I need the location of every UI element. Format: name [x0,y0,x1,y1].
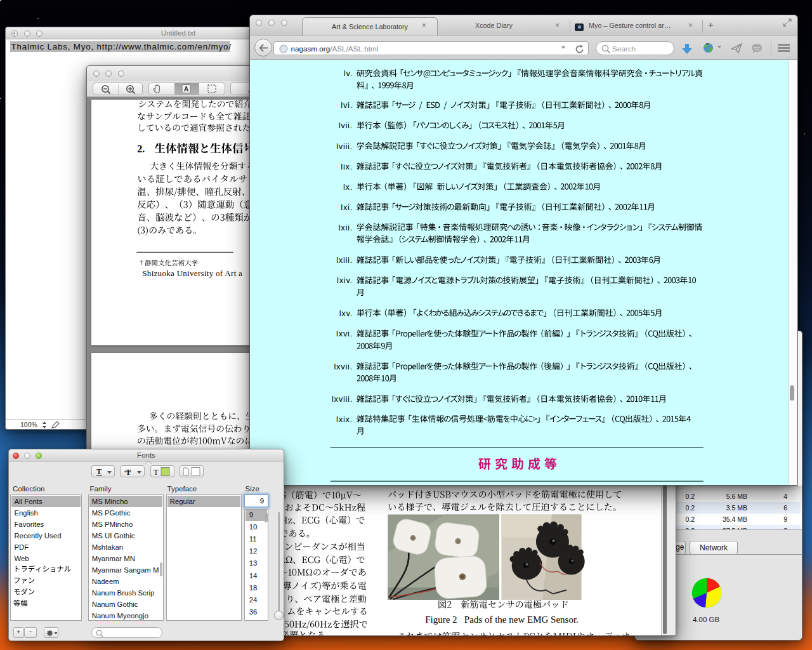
svg-text:lxiii.: lxiii. [336,255,353,265]
svg-text:lxv.: lxv. [339,308,353,318]
svg-text:T: T [96,467,102,476]
svg-text:Shizuoka University of Art a: Shizuoka University of Art a [142,269,242,278]
svg-text:lvii.: lvii. [339,121,353,130]
svg-text:lviii.: lviii. [336,142,353,151]
svg-text:lxvii.: lxvii. [334,362,353,371]
svg-text:lxix.: lxix. [336,415,353,424]
svg-text:lvi.: lvi. [341,100,353,110]
svg-text:lxi.: lxi. [341,202,353,212]
svg-text:lxvi.: lxvi. [336,329,353,338]
svg-text:2.: 2. [137,143,145,154]
svg-text:lx.: lx. [343,182,353,192]
svg-text:lv.: lv. [344,69,353,78]
svg-text:lix.: lix. [341,162,353,171]
svg-text:lxiv.: lxiv. [337,275,353,285]
svg-text:T: T [154,468,159,477]
svg-text:A: A [184,85,189,93]
svg-text:Figure 2 Pads of the new EMG: Figure 2 Pads of the new EMG Sensor. [425,614,579,624]
svg-text:lxviii.: lxviii. [332,394,353,404]
svg-text:lxii.: lxii. [339,223,353,232]
